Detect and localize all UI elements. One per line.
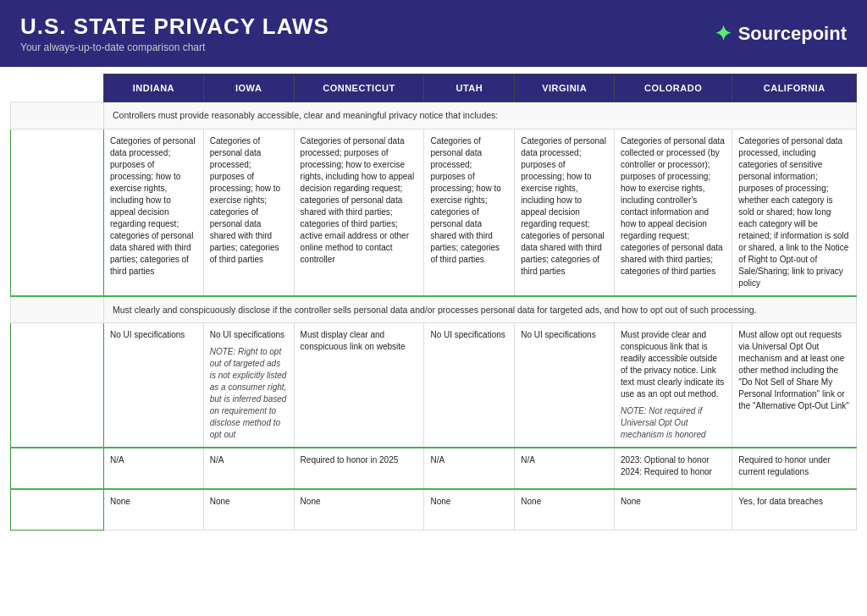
- privacy-notice-data-row: Privacy notice requirements Categories o…: [11, 129, 857, 296]
- opt-out-utah: No UI specifications: [424, 323, 515, 448]
- private-right-indiana: None: [104, 489, 204, 530]
- col-header-virginia: VIRGINIA: [515, 74, 615, 102]
- opt-out-virginia: No UI specifications: [515, 323, 615, 448]
- col-header-utah: UTAH: [424, 74, 515, 102]
- privacy-notice-virginia: Categories of personal data processed; p…: [515, 129, 615, 296]
- opt-out-data-row: Opt-out requirements No UI specification…: [11, 323, 857, 448]
- universal-opt-out-row-header: Universal opt out mechanism: [11, 448, 104, 489]
- column-header-row: INDIANA IOWA CONNECTICUT UTAH VIRGINIA C…: [11, 74, 857, 102]
- privacy-notice-intro-row: Controllers must provide reasonably acce…: [11, 102, 857, 129]
- private-right-colorado: None: [615, 489, 732, 530]
- table-container: INDIANA IOWA CONNECTICUT UTAH VIRGINIA C…: [0, 67, 867, 616]
- privacy-notice-colorado: Categories of personal data collected or…: [615, 129, 732, 296]
- opt-out-california: Must allow opt out requests via Universa…: [732, 323, 857, 448]
- universal-opt-out-colorado: 2023: Optional to honor2024: Required to…: [615, 448, 732, 489]
- universal-opt-out-connecticut: Required to honor in 2025: [294, 448, 424, 489]
- privacy-notice-utah: Categories of personal data processed; p…: [424, 129, 515, 296]
- col-header-colorado: COLORADO: [615, 74, 732, 102]
- page-title: U.S. STATE PRIVACY LAWS: [20, 14, 329, 40]
- col-header-indiana: INDIANA: [104, 74, 204, 102]
- privacy-notice-intro-text: Controllers must provide reasonably acce…: [104, 102, 857, 129]
- private-right-iowa: None: [203, 489, 294, 530]
- opt-out-intro-row: Must clearly and conspicuously disclose …: [11, 296, 857, 323]
- comparison-table: INDIANA IOWA CONNECTICUT UTAH VIRGINIA C…: [10, 74, 857, 531]
- opt-out-colorado: Must provide clear and conspicuous link …: [615, 323, 732, 448]
- universal-opt-out-data-row: Universal opt out mechanism N/A N/A Requ…: [11, 448, 857, 489]
- col-header-iowa: IOWA: [203, 74, 294, 102]
- private-right-data-row: Private right of action None None None N…: [11, 489, 857, 530]
- col-header-connecticut: CONNECTICUT: [294, 74, 424, 102]
- logo: ✦ Sourcepoint: [715, 22, 847, 46]
- universal-opt-out-virginia: N/A: [515, 448, 615, 489]
- col-header-empty: [11, 74, 104, 102]
- opt-out-row-header: Opt-out requirements: [11, 323, 104, 448]
- logo-icon: ✦: [715, 22, 732, 46]
- logo-name: Sourcepoint: [738, 23, 847, 45]
- universal-opt-out-utah: N/A: [424, 448, 515, 489]
- privacy-notice-row-header: Privacy notice requirements: [11, 129, 104, 296]
- opt-out-iowa: No UI specificationsNOTE: Right to opt o…: [203, 323, 294, 448]
- private-right-california: Yes, for data breaches: [732, 489, 857, 530]
- opt-out-connecticut: Must display clear and conspicuous link …: [294, 323, 424, 448]
- private-right-virginia: None: [515, 489, 615, 530]
- page-subtitle: Your always-up-to-date comparison chart: [20, 41, 329, 53]
- universal-opt-out-iowa: N/A: [203, 448, 294, 489]
- privacy-notice-connecticut: Categories of personal data processed; p…: [294, 129, 424, 296]
- opt-out-indiana: No UI specifications: [104, 323, 204, 448]
- opt-out-intro-text: Must clearly and conspicuously disclose …: [104, 296, 857, 323]
- privacy-notice-indiana: Categories of personal data processed; p…: [104, 129, 204, 296]
- header-left: U.S. STATE PRIVACY LAWS Your always-up-t…: [20, 14, 329, 53]
- header: U.S. STATE PRIVACY LAWS Your always-up-t…: [0, 0, 867, 67]
- private-right-utah: None: [424, 489, 515, 530]
- universal-opt-out-california: Required to honor under current regulati…: [732, 448, 857, 489]
- col-header-california: CALIFORNIA: [732, 74, 857, 102]
- privacy-notice-california: Categories of personal data processed, i…: [732, 129, 857, 296]
- private-right-connecticut: None: [294, 489, 424, 530]
- private-right-row-header: Private right of action: [11, 489, 104, 530]
- universal-opt-out-indiana: N/A: [104, 448, 204, 489]
- privacy-notice-iowa: Categories of personal data processed; p…: [203, 129, 294, 296]
- page-wrapper: U.S. STATE PRIVACY LAWS Your always-up-t…: [0, 0, 867, 616]
